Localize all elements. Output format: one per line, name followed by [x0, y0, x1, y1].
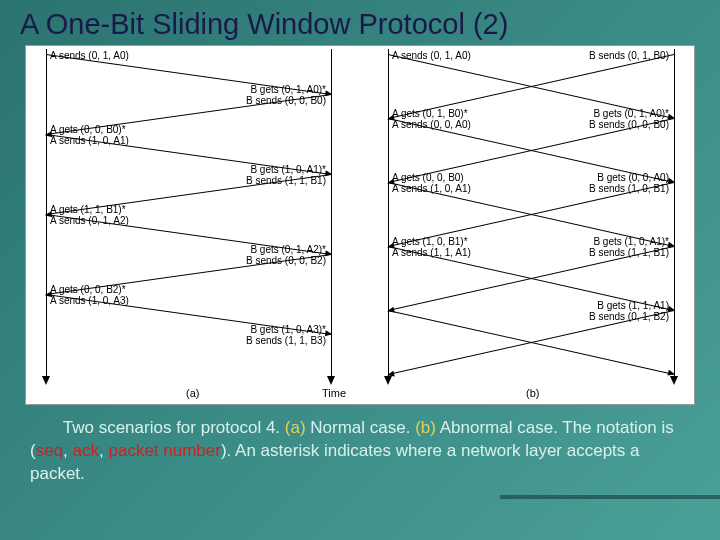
- event-label: B gets (1, 1, A1)B sends (0, 1, B2): [589, 300, 669, 322]
- event-label: A gets (0, 0, B0)A sends (1, 0, A1): [392, 172, 471, 194]
- panel-label-b: (b): [526, 387, 539, 399]
- panel-label-a: (a): [186, 387, 199, 399]
- decorative-shadow: [500, 495, 720, 499]
- event-label: B sends (0, 1, B0): [589, 50, 669, 61]
- event-label: B gets (1, 0, A1)*B sends (1, 1, B1): [589, 236, 669, 258]
- time-axis-label: Time: [322, 387, 346, 399]
- timeline-a-right: [331, 49, 332, 379]
- event-label: A gets (1, 0, B1)*A sends (1, 1, A1): [392, 236, 471, 258]
- event-label: B gets (0, 1, A0)*B sends (0, 0, B0): [246, 84, 326, 106]
- event-label: B gets (0, 0, A0)B sends (1, 0, B1): [589, 172, 669, 194]
- event-label: B gets (1, 0, A1)*B sends (1, 1, B1): [246, 164, 326, 186]
- event-label: A gets (0, 0, B0)*A sends (1, 0, A1): [50, 124, 129, 146]
- caption-pkt: packet number: [108, 441, 220, 460]
- event-label: B gets (1, 0, A3)*B sends (1, 1, B3): [246, 324, 326, 346]
- event-label: A gets (0, 0, B2)*A sends (1, 0, A3): [50, 284, 129, 306]
- event-label: A sends (0, 1, A0): [392, 50, 471, 61]
- caption-b: (b): [415, 418, 436, 437]
- slide-title: A One-Bit Sliding Window Protocol (2): [0, 0, 720, 45]
- event-label: A gets (0, 1, B0)*A sends (0, 0, A0): [392, 108, 471, 130]
- slide-caption: Two scenarios for protocol 4. (a) Normal…: [0, 405, 720, 486]
- timeline-b-right: [674, 49, 675, 379]
- caption-text: Two scenarios for protocol 4.: [63, 418, 285, 437]
- protocol-diagram: (a) Time (b) A sends (0, 1, A0)A gets (0…: [25, 45, 695, 405]
- caption-seq: seq: [36, 441, 63, 460]
- caption-text: ,: [63, 441, 72, 460]
- timeline-b-left: [388, 49, 389, 379]
- caption-a: (a): [285, 418, 306, 437]
- event-label: A gets (1, 1, B1)*A sends (0, 1, A2): [50, 204, 129, 226]
- caption-text: Normal case.: [306, 418, 416, 437]
- caption-ack: ack: [73, 441, 99, 460]
- event-label: A sends (0, 1, A0): [50, 50, 129, 61]
- event-label: B gets (0, 1, A0)*B sends (0, 0, B0): [589, 108, 669, 130]
- event-label: B gets (0, 1, A2)*B sends (0, 0, B2): [246, 244, 326, 266]
